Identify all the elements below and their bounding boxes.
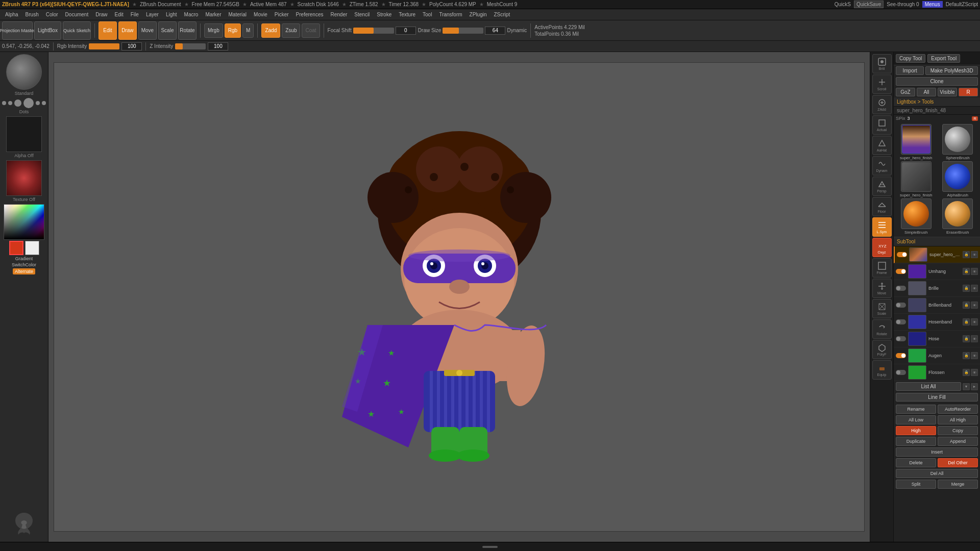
- side-icon-actual[interactable]: Actual: [872, 115, 892, 135]
- st-icon-lock-2[interactable]: 🔒: [963, 285, 970, 292]
- z-intensity-value[interactable]: 100: [208, 42, 228, 51]
- delete-btn[interactable]: Delete: [896, 458, 936, 467]
- zadd-btn[interactable]: Zadd: [261, 23, 280, 38]
- import-btn[interactable]: Import: [896, 66, 924, 75]
- menu-zplugin[interactable]: ZPlugin: [467, 11, 490, 18]
- swatch-background[interactable]: [25, 241, 39, 255]
- side-icon-brill[interactable]: Brill: [872, 54, 892, 73]
- toggle-3[interactable]: [896, 303, 906, 308]
- menu-transform[interactable]: Transform: [436, 11, 465, 18]
- color-picker[interactable]: [4, 204, 44, 240]
- brush-item-sphere[interactable]: SphereBrush: [938, 124, 978, 160]
- menu-movie[interactable]: Movie: [251, 11, 271, 18]
- auto-reorder-btn[interactable]: AutoReorder: [938, 405, 978, 414]
- draw-btn[interactable]: Draw: [118, 21, 137, 40]
- subtool-item-3[interactable]: Brillenband 🔒 👁: [894, 297, 980, 314]
- append-btn[interactable]: Append: [938, 437, 978, 446]
- r-btn[interactable]: R: [959, 88, 978, 96]
- side-icon-scroll[interactable]: Scroll: [872, 74, 892, 94]
- scale-btn[interactable]: Scale: [158, 21, 177, 40]
- menus-btn[interactable]: Menus: [922, 1, 943, 8]
- st-icon-lock-3[interactable]: 🔒: [963, 302, 970, 309]
- move-btn[interactable]: Move: [138, 21, 157, 40]
- st-icon-eye-7[interactable]: 👁: [971, 369, 978, 376]
- duplicate-btn[interactable]: Duplicate: [896, 437, 936, 446]
- m-btn[interactable]: M: [242, 23, 254, 38]
- copy-btn[interactable]: Copy: [938, 426, 978, 435]
- menu-light[interactable]: Light: [163, 11, 180, 18]
- brush-item-simple[interactable]: SimpleBrush: [896, 198, 937, 235]
- copy-tool-btn[interactable]: Copy Tool: [896, 54, 925, 63]
- alternate-btn[interactable]: Alternate: [13, 268, 35, 274]
- list-all-btn[interactable]: List All: [896, 382, 961, 391]
- export-btn[interactable]: Export Tool: [927, 54, 960, 63]
- quick-sketch-btn[interactable]: Quick Sketch: [63, 21, 91, 40]
- side-icon-dynamic[interactable]: Dynam: [872, 156, 892, 176]
- subtool-item-5[interactable]: Hose 🔒 👁: [894, 331, 980, 347]
- menu-tool[interactable]: Tool: [420, 11, 435, 18]
- subtool-item-4[interactable]: Hosenband 🔒 👁: [894, 314, 980, 331]
- subtool-item-6[interactable]: Augen 🔒 👁: [894, 347, 980, 364]
- coat-btn[interactable]: Coat: [302, 23, 320, 38]
- toggle-6[interactable]: [896, 353, 906, 358]
- brush-preview[interactable]: [6, 54, 42, 90]
- all-high-btn[interactable]: All High: [938, 415, 978, 424]
- subtool-list[interactable]: super_hero_finish 🔒 👁 Umhang 🔒 👁 Brille: [894, 246, 980, 381]
- rotate-btn[interactable]: Rotate: [178, 21, 197, 40]
- swatch-foreground[interactable]: [9, 241, 23, 255]
- side-icon-rotate[interactable]: Rotate: [872, 319, 892, 339]
- rgb-intensity-slider[interactable]: [89, 43, 119, 49]
- st-icon-eye-4[interactable]: 👁: [971, 318, 978, 325]
- draw-size-value[interactable]: 64: [485, 27, 505, 35]
- texture-preview[interactable]: [6, 160, 42, 196]
- zsub-btn[interactable]: Zsub: [282, 23, 300, 38]
- rgb-intensity-value[interactable]: 100: [121, 42, 142, 51]
- menu-preferences[interactable]: Preferences: [293, 11, 327, 18]
- projection-master-btn[interactable]: Projection Master: [2, 21, 33, 40]
- brush-item-char2[interactable]: super_hero_finish: [896, 161, 937, 197]
- toggle-5[interactable]: [896, 336, 906, 341]
- subtool-item-1[interactable]: Umhang 🔒 👁: [894, 263, 980, 280]
- bottom-handle[interactable]: [482, 546, 498, 548]
- toggle-2[interactable]: [896, 286, 906, 291]
- z-intensity-slider[interactable]: [175, 43, 206, 49]
- menu-brush[interactable]: Brush: [22, 11, 42, 18]
- side-icon-zadd[interactable]: ZAdd: [872, 95, 892, 114]
- brush-item-eraser[interactable]: EraserBrush: [938, 198, 978, 235]
- draw-size-slider[interactable]: [443, 28, 483, 34]
- side-icon-polyf[interactable]: PolyF: [872, 340, 892, 359]
- menu-draw[interactable]: Draw: [92, 11, 110, 18]
- st-icon-down-arrow[interactable]: ▼: [963, 383, 970, 390]
- all-low-btn[interactable]: All Low: [896, 415, 936, 424]
- st-icon-lock-1[interactable]: 🔒: [963, 268, 970, 275]
- side-icon-move[interactable]: Move: [872, 279, 892, 298]
- side-icon-aahat[interactable]: AaHat: [872, 136, 892, 155]
- high-btn[interactable]: High: [896, 426, 936, 435]
- st-icon-eye-3[interactable]: 👁: [971, 302, 978, 309]
- side-icon-floor[interactable]: Floor: [872, 197, 892, 216]
- side-icon-scale[interactable]: Scale: [872, 299, 892, 318]
- st-icon-eye-6[interactable]: 👁: [971, 352, 978, 359]
- st-icon-side-arrow[interactable]: ►: [971, 383, 978, 390]
- menu-alpha[interactable]: Alpha: [2, 11, 21, 18]
- side-icon-oxyz[interactable]: XYZ Oxyz: [872, 238, 892, 257]
- menu-layer[interactable]: Layer: [143, 11, 162, 18]
- menu-document[interactable]: Document: [62, 11, 92, 18]
- focal-value[interactable]: 0: [396, 27, 416, 35]
- st-icon-lock-7[interactable]: 🔒: [963, 369, 970, 376]
- visible-btn[interactable]: Visible: [938, 88, 957, 96]
- edit-btn[interactable]: Edit: [99, 21, 117, 40]
- subtool-item-7[interactable]: Flossen 🔒 👁: [894, 364, 980, 381]
- menu-stroke[interactable]: Stroke: [374, 11, 395, 18]
- menu-file[interactable]: File: [128, 11, 142, 18]
- line-fill-btn[interactable]: Line Fill: [896, 393, 978, 402]
- toggle-4[interactable]: [896, 319, 906, 324]
- side-icon-frame[interactable]: Frame: [872, 258, 892, 278]
- merge-btn[interactable]: Merge: [938, 480, 978, 489]
- focal-slider[interactable]: [353, 28, 394, 34]
- clone-btn[interactable]: Clone: [896, 77, 978, 86]
- menu-stencil[interactable]: Stencil: [351, 11, 373, 18]
- rename-btn[interactable]: Rename: [896, 405, 936, 414]
- subtool-item-2[interactable]: Brille 🔒 👁: [894, 280, 980, 297]
- brush-item-char1[interactable]: super_hero_finish: [896, 124, 937, 160]
